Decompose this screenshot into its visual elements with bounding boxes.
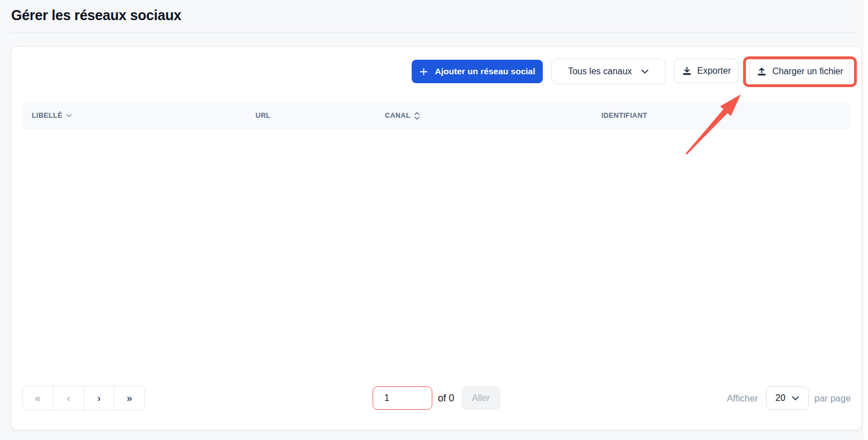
pagination-nav-group: « ‹ › » [22, 386, 145, 410]
pagination-prev-button[interactable]: ‹ [53, 386, 84, 410]
column-header-identifiant: IDENTIFIANT [601, 102, 647, 129]
chevron-down-icon [792, 396, 799, 401]
column-label-identifiant: IDENTIFIANT [601, 112, 647, 119]
table-header: LIBELLÉ URL CANAL IDENTIFIANT [22, 102, 850, 129]
page-total-label: of 0 [438, 386, 454, 410]
title-divider [11, 32, 857, 33]
sort-both-icon [414, 112, 420, 120]
add-social-network-label: Ajouter un réseau social [435, 66, 535, 76]
upload-file-label: Charger un fichier [772, 66, 843, 76]
column-header-libelle[interactable]: LIBELLÉ [32, 102, 72, 129]
upload-icon [756, 66, 767, 77]
page-root: { "page": { "title": "Gérer les réseaux … [0, 0, 868, 440]
export-label: Exporter [697, 66, 731, 76]
sort-desc-icon [66, 114, 72, 118]
content-card: Ajouter un réseau social Tous les canaux… [11, 47, 861, 430]
pagination-first-button[interactable]: « [23, 386, 53, 410]
column-label-canal: CANAL [385, 112, 411, 119]
per-page-label: par page [814, 386, 851, 410]
plus-icon [419, 67, 428, 76]
download-icon [682, 66, 692, 76]
page-size-select[interactable]: 20 [766, 386, 809, 410]
add-social-network-button[interactable]: Ajouter un réseau social [412, 60, 543, 83]
go-to-page-button[interactable]: Aller [461, 386, 500, 410]
table-body-empty [22, 129, 850, 386]
show-label: Afficher [727, 386, 758, 410]
column-header-url: URL [255, 102, 271, 129]
upload-file-button[interactable]: Charger un fichier [750, 59, 850, 84]
chevron-down-icon [641, 69, 649, 74]
column-label-libelle: LIBELLÉ [32, 112, 62, 119]
column-header-canal[interactable]: CANAL [385, 102, 420, 129]
scrollbar-track[interactable] [862, 0, 868, 440]
pagination-next-button[interactable]: › [84, 386, 114, 410]
page-title: Gérer les réseaux sociaux [11, 7, 181, 23]
page-size-value: 20 [775, 393, 785, 403]
column-label-url: URL [255, 112, 271, 119]
page-number-input[interactable] [373, 386, 432, 410]
channel-filter-select[interactable]: Tous les canaux [551, 59, 666, 84]
pagination-last-button[interactable]: » [114, 386, 144, 410]
channel-filter-value: Tous les canaux [568, 66, 632, 76]
export-button[interactable]: Exporter [674, 59, 739, 83]
